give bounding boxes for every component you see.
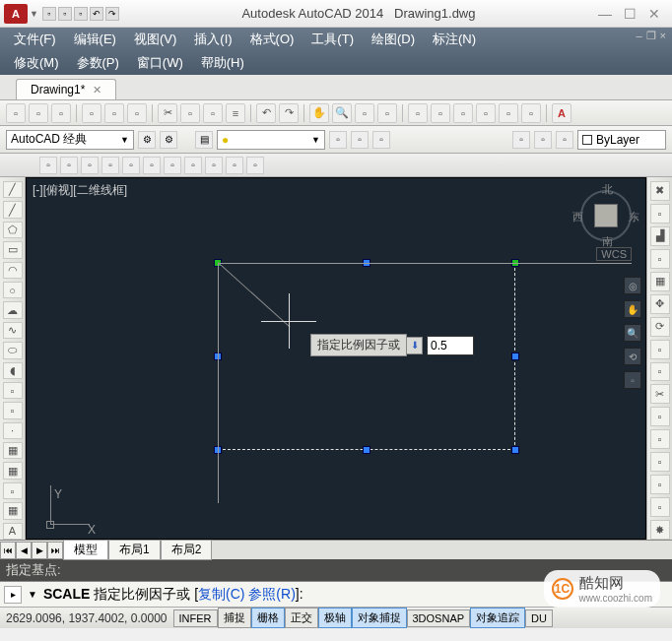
offset-icon[interactable]: ▫: [650, 249, 670, 269]
ws-gear-icon[interactable]: ⚙: [160, 131, 177, 149]
publish-icon[interactable]: ▫: [127, 103, 147, 123]
preview-icon[interactable]: ▫: [104, 103, 124, 123]
maximize-button[interactable]: ☐: [624, 6, 637, 22]
new-icon[interactable]: ▫: [6, 103, 26, 123]
minimize-button[interactable]: —: [598, 6, 612, 22]
point-icon[interactable]: ·: [3, 422, 23, 439]
layout-tab-model[interactable]: 模型: [63, 540, 108, 560]
qat-undo-icon[interactable]: ↶: [90, 7, 103, 21]
qat-open-icon[interactable]: ▫: [58, 7, 72, 21]
tab-next-icon[interactable]: ▶: [32, 542, 47, 559]
command-icon[interactable]: ▸: [4, 586, 22, 604]
redo-icon[interactable]: ↷: [279, 103, 299, 123]
status-grid[interactable]: 栅格: [251, 608, 285, 628]
chevron-down-icon[interactable]: ▼: [28, 589, 37, 600]
mtext-icon[interactable]: A: [3, 523, 23, 540]
menu-insert[interactable]: 插入(I): [194, 31, 232, 48]
layout-tab-2[interactable]: 布局2: [161, 540, 213, 560]
match-icon[interactable]: ≡: [226, 103, 245, 123]
menu-file[interactable]: 文件(F): [14, 31, 56, 48]
nav-wheel-icon[interactable]: ◎: [624, 277, 641, 294]
status-snap[interactable]: 捕捉: [218, 608, 251, 628]
lweight-btn-icon[interactable]: ▫: [556, 131, 573, 149]
menu-tools[interactable]: 工具(T): [311, 31, 354, 48]
view-btm-icon[interactable]: ▫: [60, 157, 78, 174]
tab-last-icon[interactable]: ⏭: [47, 542, 63, 559]
status-3dosnap[interactable]: 3DOSNAP: [407, 609, 471, 627]
move-icon[interactable]: ✥: [650, 294, 670, 314]
mdi-close-icon[interactable]: ×: [660, 30, 666, 42]
menu-draw[interactable]: 绘图(D): [371, 31, 415, 48]
viewcube-face[interactable]: [594, 204, 618, 227]
rotate-icon[interactable]: ⟳: [650, 317, 670, 337]
block-icon[interactable]: ▫: [3, 402, 23, 418]
status-du[interactable]: DU: [525, 609, 553, 627]
app-logo-icon[interactable]: A: [4, 4, 28, 24]
sheetset-icon[interactable]: ▫: [476, 103, 496, 123]
command-option-copy[interactable]: 复制(C): [198, 586, 244, 602]
layout-tab-1[interactable]: 布局1: [108, 540, 161, 560]
scale-icon[interactable]: ▫: [650, 340, 670, 359]
extend-icon[interactable]: ▫: [650, 407, 670, 426]
document-tab-close-icon[interactable]: ✕: [93, 84, 101, 96]
ltype-btn-icon[interactable]: ▫: [534, 131, 552, 149]
color-dropdown[interactable]: ByLayer: [577, 130, 666, 150]
status-ortho[interactable]: 正交: [285, 608, 318, 628]
rect-icon[interactable]: ▭: [3, 241, 23, 258]
region-icon[interactable]: ▫: [3, 482, 23, 499]
toolpal-icon[interactable]: ▫: [453, 103, 473, 123]
grip-br[interactable]: [512, 447, 518, 453]
menu-edit[interactable]: 编辑(E): [74, 31, 116, 48]
command-option-ref[interactable]: 参照(R): [248, 586, 295, 602]
table-icon[interactable]: ▦: [3, 502, 23, 519]
explode-icon[interactable]: ✸: [650, 520, 670, 540]
array-icon[interactable]: ▦: [650, 272, 670, 291]
viewport-label[interactable]: [-][俯视][二维线框]: [33, 182, 127, 199]
spline-icon[interactable]: ∿: [3, 322, 23, 339]
coordinates[interactable]: 2629.0096, 1937.4002, 0.0000: [0, 611, 173, 625]
save-icon[interactable]: ▫: [51, 103, 71, 123]
status-infer[interactable]: INFER: [173, 609, 218, 627]
plot-icon[interactable]: ▫: [82, 103, 101, 123]
ellipse-icon[interactable]: ⬭: [3, 342, 23, 358]
props-icon[interactable]: ▫: [408, 103, 428, 123]
menu-window[interactable]: 窗口(W): [137, 54, 183, 72]
view-mgr-icon[interactable]: ▫: [246, 157, 264, 174]
layer-iso-icon[interactable]: ▫: [351, 131, 369, 149]
tab-prev-icon[interactable]: ◀: [16, 542, 32, 559]
document-tab[interactable]: Drawing1* ✕: [16, 79, 116, 99]
line-icon[interactable]: ╱: [3, 181, 23, 198]
markup-icon[interactable]: ▫: [499, 103, 518, 123]
insert-icon[interactable]: ▫: [3, 382, 23, 399]
pline-icon[interactable]: ╱: [3, 201, 23, 218]
view-ne-icon[interactable]: ▫: [205, 157, 223, 174]
menu-modify[interactable]: 修改(M): [14, 54, 59, 72]
dynamic-input-field[interactable]: [427, 336, 474, 355]
nav-show-icon[interactable]: ▫: [624, 371, 641, 389]
copy-icon[interactable]: ▫: [180, 103, 200, 123]
break-icon[interactable]: ▫: [650, 429, 670, 449]
trim-icon[interactable]: ✂: [650, 384, 670, 404]
dcenter-icon[interactable]: ▫: [431, 103, 450, 123]
close-button[interactable]: ✕: [648, 6, 660, 22]
layer-props-icon[interactable]: ▤: [195, 131, 213, 149]
drawing-canvas[interactable]: [-][俯视][二维线框] 指定比例因子或 ⬇ Y X: [26, 177, 646, 540]
dynamic-input-options-icon[interactable]: ⬇: [407, 337, 423, 354]
join-icon[interactable]: ▫: [650, 452, 670, 472]
ellarc-icon[interactable]: ◖: [3, 362, 23, 379]
app-menu-arrow-icon[interactable]: ▼: [30, 9, 38, 19]
layer-freeze-icon[interactable]: ▫: [372, 131, 390, 149]
view-top-icon[interactable]: ▫: [39, 157, 57, 174]
status-polar[interactable]: 极轴: [318, 608, 352, 628]
pan-icon[interactable]: ✋: [309, 103, 329, 123]
hatch-icon[interactable]: ▦: [3, 442, 23, 459]
layer-state-icon[interactable]: ▫: [329, 131, 347, 149]
grip-bm[interactable]: [364, 447, 370, 453]
cut-icon[interactable]: ✂: [158, 103, 177, 123]
view-sw-icon[interactable]: ▫: [164, 157, 181, 174]
erase-icon[interactable]: ✖: [650, 181, 670, 201]
help-icon[interactable]: A: [552, 103, 571, 123]
fillet-icon[interactable]: ▫: [650, 497, 670, 517]
revcloud-icon[interactable]: ☁: [3, 301, 23, 318]
viewcube[interactable]: 北 南 东 西: [576, 186, 636, 245]
